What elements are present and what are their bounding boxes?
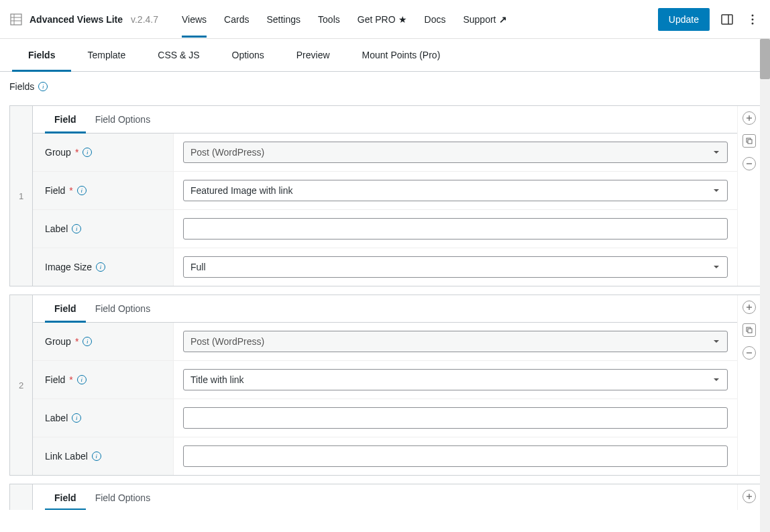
image-size-select[interactable]: Full <box>183 256 728 278</box>
block-body: Field Field Options Group* i Post (WordP… <box>33 295 737 475</box>
label-label: Label i <box>33 399 174 437</box>
panel-toggle-icon[interactable] <box>719 11 735 28</box>
topnav-support[interactable]: Support <box>454 2 515 37</box>
add-button[interactable] <box>742 301 756 314</box>
topnav-views[interactable]: Views <box>173 2 215 37</box>
topbar-left: Advanced Views Lite v.2.4.7 <box>9 13 158 26</box>
tab-mount-points[interactable]: Mount Points (Pro) <box>346 39 457 71</box>
block-actions <box>737 106 760 286</box>
subtab-field[interactable]: Field <box>45 106 86 133</box>
label-field: Field* i <box>33 361 174 398</box>
fields-section: Fields i <box>0 72 770 105</box>
svg-rect-17 <box>748 329 752 333</box>
remove-button[interactable] <box>742 157 756 170</box>
tab-template[interactable]: Template <box>71 39 142 71</box>
group-select[interactable]: Post (WordPress) <box>183 331 728 352</box>
topnav-get-pro-label: Get PRO <box>358 14 396 25</box>
row-label: Label i <box>33 399 737 437</box>
label-group: Group* i <box>33 323 174 360</box>
block-body: Field Field Options <box>33 484 737 510</box>
tab-css-js[interactable]: CSS & JS <box>142 39 215 71</box>
subtab-field-options[interactable]: Field Options <box>86 484 160 510</box>
external-link-icon <box>499 14 507 25</box>
info-icon[interactable]: i <box>82 337 92 346</box>
top-nav: Views Cards Settings Tools Get PRO Docs … <box>173 2 515 37</box>
row-group: Group* i Post (WordPress) <box>33 323 737 361</box>
row-image-size: Image Size i Full <box>33 248 737 286</box>
block-body: Field Field Options Group* i Post (WordP… <box>33 106 737 286</box>
info-icon[interactable]: i <box>72 224 81 233</box>
row-group: Group* i Post (WordPress) <box>33 134 737 172</box>
field-block: 2 Field Field Options Group* i Post (Wor… <box>9 295 761 476</box>
block-actions <box>737 295 760 475</box>
field-select[interactable]: Title with link <box>183 369 728 390</box>
label-label: Label i <box>33 210 174 248</box>
field-block: 1 Field Field Options Group* i Post (Wor… <box>9 105 761 286</box>
block-subtabs: Field Field Options <box>33 106 737 134</box>
tab-options[interactable]: Options <box>216 39 280 71</box>
section-title-text: Fields <box>9 81 34 92</box>
duplicate-button[interactable] <box>742 323 756 337</box>
tab-fields[interactable]: Fields <box>12 39 71 71</box>
required-asterisk: * <box>75 147 78 158</box>
update-button[interactable]: Update <box>658 8 710 31</box>
subtab-field-options[interactable]: Field Options <box>86 106 160 133</box>
kebab-menu-icon[interactable] <box>745 11 761 28</box>
topnav-get-pro[interactable]: Get PRO <box>349 2 416 37</box>
info-icon[interactable]: i <box>82 148 92 157</box>
page-tabs: Fields Template CSS & JS Options Preview… <box>0 39 770 72</box>
label-input[interactable] <box>183 218 728 240</box>
add-button[interactable] <box>742 111 756 125</box>
info-icon[interactable]: i <box>92 451 101 461</box>
row-label: Label i <box>33 210 737 248</box>
block-subtabs: Field Field Options <box>33 295 737 323</box>
scrollbar[interactable] <box>760 39 770 510</box>
info-icon[interactable]: i <box>77 375 87 384</box>
subtab-field[interactable]: Field <box>45 484 86 510</box>
block-number: 2 <box>10 295 33 475</box>
section-title: Fields i <box>9 81 761 99</box>
topbar: Advanced Views Lite v.2.4.7 Views Cards … <box>0 0 770 39</box>
tab-preview[interactable]: Preview <box>280 39 346 71</box>
block-number <box>10 484 33 510</box>
row-field: Field* i Title with link <box>33 361 737 399</box>
label-input[interactable] <box>183 407 728 429</box>
duplicate-button[interactable] <box>742 134 756 148</box>
info-icon[interactable]: i <box>38 82 48 91</box>
topnav-cards[interactable]: Cards <box>215 2 258 37</box>
row-link-label: Link Label i <box>33 437 737 475</box>
required-asterisk: * <box>75 336 78 347</box>
required-asterisk: * <box>69 185 72 196</box>
svg-rect-4 <box>722 15 732 24</box>
subtab-field-options[interactable]: Field Options <box>86 295 160 322</box>
topnav-settings[interactable]: Settings <box>258 2 309 37</box>
info-icon[interactable]: i <box>96 262 105 272</box>
add-button[interactable] <box>742 490 756 503</box>
svg-point-6 <box>752 14 754 16</box>
link-label-input[interactable] <box>183 445 728 467</box>
info-icon[interactable]: i <box>77 186 87 195</box>
app-grid-icon <box>9 13 23 26</box>
topbar-right: Update <box>658 8 761 31</box>
topnav-tools[interactable]: Tools <box>309 2 349 37</box>
required-asterisk: * <box>69 374 72 385</box>
row-field: Field* i Featured Image with link <box>33 172 737 210</box>
field-block: Field Field Options <box>9 484 761 510</box>
group-select[interactable]: Post (WordPress) <box>183 142 728 163</box>
scrollbar-thumb[interactable] <box>760 39 770 79</box>
app-version: v.2.4.7 <box>131 14 158 25</box>
svg-point-8 <box>752 22 754 24</box>
label-field: Field* i <box>33 172 174 209</box>
app-title: Advanced Views Lite <box>30 14 123 25</box>
topnav-support-label: Support <box>463 14 496 25</box>
block-subtabs: Field Field Options <box>33 484 737 510</box>
topnav-docs[interactable]: Docs <box>416 2 455 37</box>
subtab-field[interactable]: Field <box>45 295 86 322</box>
content: Fields Template CSS & JS Options Preview… <box>0 39 770 510</box>
svg-rect-0 <box>11 14 21 25</box>
label-group: Group* i <box>33 134 174 171</box>
remove-button[interactable] <box>742 346 756 360</box>
block-number: 1 <box>10 106 33 286</box>
field-select[interactable]: Featured Image with link <box>183 180 728 201</box>
info-icon[interactable]: i <box>72 413 81 423</box>
